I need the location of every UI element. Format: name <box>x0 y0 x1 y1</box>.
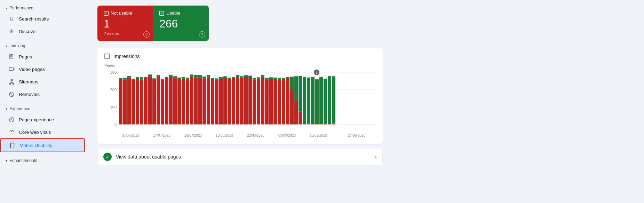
svg-rect-34 <box>157 75 160 76</box>
svg-rect-118 <box>332 76 335 124</box>
svg-rect-40 <box>169 75 173 77</box>
svg-rect-21 <box>127 78 131 124</box>
svg-rect-28 <box>144 77 148 78</box>
sidebar-section-enhancements[interactable]: ▾ Enhancements <box>0 155 89 165</box>
svg-rect-37 <box>161 80 164 125</box>
sidebar-item-label: Page experience <box>19 117 54 122</box>
sidebar-section-performance[interactable]: ▾ Performance <box>0 3 89 13</box>
divider-3 <box>6 154 84 154</box>
chevron-icon: ▾ <box>6 44 7 48</box>
svg-rect-74 <box>240 76 244 77</box>
sidebar-item-discover[interactable]: ✳ Discover <box>0 25 85 38</box>
svg-rect-59 <box>207 78 210 124</box>
svg-text:03/09/2023: 03/09/2023 <box>278 133 296 137</box>
chevron-icon: ▾ <box>6 6 7 10</box>
svg-rect-48 <box>186 78 189 80</box>
chart-title: Impressions <box>113 54 140 59</box>
svg-rect-97 <box>286 78 289 124</box>
svg-rect-7 <box>10 143 14 148</box>
sidebar-item-core-web-vitals[interactable]: Core web vitals <box>0 126 85 138</box>
svg-rect-66 <box>223 76 227 78</box>
svg-rect-90 <box>273 78 277 79</box>
stat-card-not-usable[interactable]: ✓ Not usable 1 2 issues ? <box>97 6 153 41</box>
svg-rect-39 <box>165 78 168 124</box>
svg-rect-92 <box>278 78 281 80</box>
sitemaps-icon <box>8 79 15 85</box>
svg-rect-30 <box>148 75 152 76</box>
svg-rect-108 <box>311 77 315 123</box>
svg-text:0: 0 <box>114 122 117 127</box>
sidebar-item-label: Removals <box>19 92 40 97</box>
svg-rect-86 <box>265 78 269 80</box>
sidebar-item-mobile-usability[interactable]: Mobile Usability <box>0 138 85 152</box>
svg-rect-68 <box>228 78 231 79</box>
svg-rect-112 <box>319 77 323 124</box>
svg-rect-84 <box>261 75 264 77</box>
view-data-row[interactable]: ✓ View data about usable pages › <box>97 148 383 165</box>
svg-rect-70 <box>232 77 235 78</box>
svg-rect-80 <box>253 78 256 80</box>
help-icon-not-usable[interactable]: ? <box>143 31 150 38</box>
divider-1 <box>6 39 84 39</box>
svg-rect-94 <box>282 78 285 79</box>
svg-rect-24 <box>136 77 139 79</box>
svg-text:15/09/2023: 15/09/2023 <box>310 133 327 137</box>
svg-rect-17 <box>119 79 122 124</box>
svg-rect-83 <box>257 79 260 125</box>
svg-rect-53 <box>194 78 198 124</box>
sidebar-item-pages[interactable]: Pages <box>0 50 85 63</box>
svg-rect-25 <box>136 79 139 124</box>
video-pages-icon <box>8 66 15 72</box>
svg-rect-62 <box>215 79 218 80</box>
svg-rect-55 <box>198 78 202 125</box>
svg-rect-116 <box>328 76 331 123</box>
svg-rect-81 <box>253 80 256 125</box>
svg-rect-60 <box>211 78 214 79</box>
chevron-right-icon: › <box>375 153 377 161</box>
sidebar-item-page-experience[interactable]: Page experience <box>0 113 85 126</box>
sidebar-item-label: Video pages <box>19 67 45 72</box>
sidebar-item-removals[interactable]: Removals <box>0 88 85 100</box>
mobile-usability-icon <box>9 142 15 148</box>
svg-rect-50 <box>190 74 193 76</box>
sidebar-item-label: Pages <box>19 54 32 59</box>
svg-rect-64 <box>219 77 223 79</box>
svg-rect-107 <box>307 123 310 124</box>
discover-icon: ✳ <box>8 28 15 34</box>
stat-card-usable[interactable]: ✓ Usable 266 ? <box>153 6 209 41</box>
google-icon: G <box>8 16 15 22</box>
svg-rect-47 <box>182 79 185 124</box>
sidebar-section-indexing[interactable]: ▾ Indexing <box>0 41 89 50</box>
svg-rect-20 <box>127 76 131 77</box>
view-data-label: View data about usable pages <box>116 154 181 160</box>
svg-rect-22 <box>132 79 135 80</box>
svg-rect-87 <box>265 80 269 124</box>
svg-rect-57 <box>202 79 206 124</box>
svg-rect-33 <box>152 80 156 124</box>
svg-rect-85 <box>261 77 264 124</box>
svg-rect-69 <box>228 79 231 124</box>
sidebar-section-indexing-label: Indexing <box>9 43 25 48</box>
sidebar-item-label: Sitemaps <box>19 79 38 84</box>
svg-rect-82 <box>257 78 260 79</box>
svg-rect-102 <box>299 76 302 112</box>
sidebar-item-video-pages[interactable]: Video pages <box>0 63 85 75</box>
green-check-icon: ✓ <box>103 153 112 161</box>
svg-text:1: 1 <box>316 71 317 74</box>
svg-rect-119 <box>332 124 335 124</box>
svg-text:22/08/2023: 22/08/2023 <box>247 133 264 137</box>
help-icon-usable[interactable]: ? <box>199 31 205 38</box>
svg-rect-77 <box>244 77 248 124</box>
impressions-checkbox[interactable] <box>104 54 110 59</box>
sidebar-item-sitemaps[interactable]: Sitemaps <box>0 75 85 88</box>
stats-row: ✓ Not usable 1 2 issues ? ✓ Usable 266 ? <box>97 6 209 41</box>
stat-card-not-usable-header: ✓ Not usable <box>104 10 147 16</box>
sidebar-section-performance-label: Performance <box>9 6 33 10</box>
svg-rect-72 <box>236 75 239 78</box>
svg-rect-117 <box>328 123 331 124</box>
svg-rect-56 <box>202 76 206 79</box>
sidebar-section-experience[interactable]: ▾ Experience <box>0 104 89 113</box>
svg-rect-26 <box>140 77 143 79</box>
sidebar-item-search-results[interactable]: G Search results <box>0 13 85 25</box>
svg-rect-105 <box>303 123 306 124</box>
